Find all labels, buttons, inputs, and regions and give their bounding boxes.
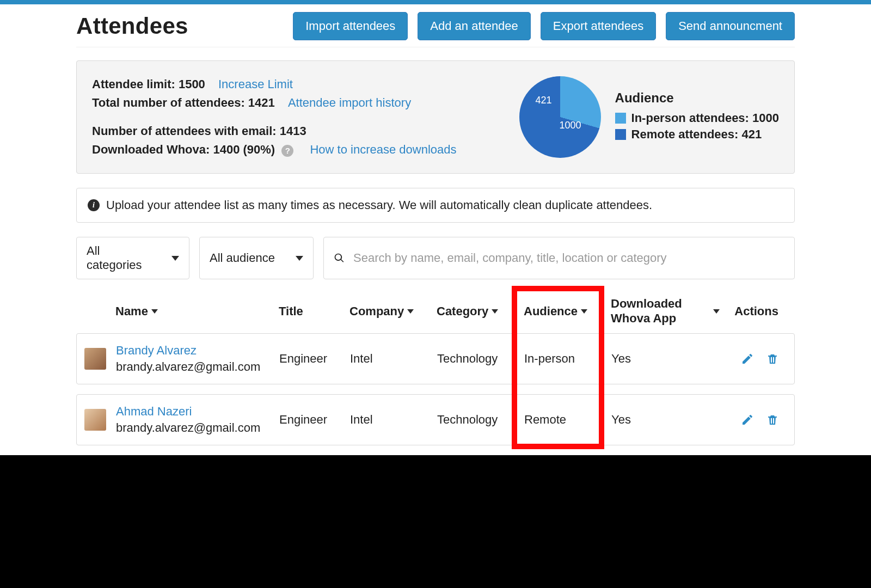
attendee-email: brandy.alvarez@gmail.com: [116, 421, 279, 435]
audience-block: 421 1000 Audience In-person attendees: 1…: [519, 76, 779, 158]
col-name[interactable]: Name: [115, 304, 279, 318]
limit-value: 1500: [179, 77, 205, 91]
cell-category: Technology: [437, 352, 524, 366]
sort-icon: [407, 309, 414, 314]
cell-company: Intel: [350, 352, 437, 366]
category-filter-label: All categories: [87, 244, 156, 272]
name-cell: Brandy Alvarez brandy.alvarez@gmail.com: [116, 344, 279, 374]
table-row: Ahmad Nazeri brandy.alvarez@gmail.com En…: [76, 394, 795, 445]
sort-icon: [492, 309, 498, 314]
sort-icon: [713, 309, 720, 314]
increase-limit-link[interactable]: Increase Limit: [218, 77, 293, 91]
chevron-down-icon: [171, 256, 179, 261]
search-input[interactable]: [353, 243, 784, 273]
cell-title: Engineer: [279, 352, 350, 366]
email-count-label: Number of attendees with email:: [92, 124, 280, 138]
edit-icon[interactable]: [741, 352, 754, 365]
total-value: 1421: [248, 96, 275, 109]
send-announcement-button[interactable]: Send announcment: [666, 12, 795, 40]
cell-audience: In-person: [524, 352, 611, 366]
audience-legend: Audience In-person attendees: 1000 Remot…: [615, 90, 779, 144]
avatar: [84, 409, 106, 431]
audience-filter[interactable]: All audience: [199, 237, 314, 279]
bottom-black-bar: [0, 455, 871, 588]
limit-label: Attendee limit:: [92, 77, 179, 91]
import-attendees-button[interactable]: Import attendees: [293, 12, 408, 40]
downloaded-value: 1400 (90%): [213, 143, 275, 156]
col-category[interactable]: Category: [437, 304, 524, 318]
avatar: [84, 348, 106, 370]
attendee-table: Name Title Company Category Audience Dow…: [76, 291, 795, 445]
sort-icon: [581, 309, 587, 314]
col-downloaded[interactable]: Downloaded Whova App: [611, 297, 720, 326]
upload-notice: i Upload your attendee list as many time…: [76, 188, 795, 223]
search-box[interactable]: [323, 237, 795, 279]
search-icon: [334, 253, 345, 264]
delete-icon[interactable]: [766, 352, 779, 365]
import-history-link[interactable]: Attendee import history: [288, 96, 411, 109]
pie-inperson-label: 1000: [560, 120, 581, 131]
filter-bar: All categories All audience: [76, 237, 795, 279]
row-actions: [720, 413, 791, 426]
stats-text: Attendee limit: 1500 Increase Limit Tota…: [92, 75, 457, 159]
page-title: Attendees: [76, 13, 188, 39]
help-icon[interactable]: ?: [281, 145, 293, 157]
info-icon: i: [88, 199, 100, 211]
stats-panel: Attendee limit: 1500 Increase Limit Tota…: [76, 60, 795, 174]
cell-downloaded: Yes: [611, 413, 720, 427]
name-cell: Ahmad Nazeri brandy.alvarez@gmail.com: [116, 405, 279, 435]
chevron-down-icon: [296, 256, 303, 261]
remote-value: 421: [742, 127, 762, 141]
col-title[interactable]: Title: [279, 304, 349, 318]
swatch-inperson: [615, 113, 626, 124]
cell-downloaded: Yes: [611, 352, 720, 366]
table-row: Brandy Alvarez brandy.alvarez@gmail.com …: [76, 333, 795, 384]
row-actions: [720, 352, 791, 365]
col-audience[interactable]: Audience: [524, 304, 611, 318]
cell-audience: Remote: [524, 413, 611, 427]
downloaded-label: Downloaded Whova:: [92, 143, 213, 156]
audience-filter-label: All audience: [210, 251, 275, 265]
increase-downloads-link[interactable]: How to increase downloads: [310, 143, 456, 156]
cell-category: Technology: [437, 413, 524, 427]
inperson-value: 1000: [752, 111, 779, 125]
edit-icon[interactable]: [741, 413, 754, 426]
remote-label: Remote attendees:: [631, 127, 742, 141]
col-actions: Actions: [720, 304, 790, 318]
total-label: Total number of attendees:: [92, 96, 248, 109]
inperson-label: In-person attendees:: [631, 111, 752, 125]
pie-remote-label: 421: [536, 95, 552, 106]
table-header: Name Title Company Category Audience Dow…: [76, 291, 795, 333]
cell-company: Intel: [350, 413, 437, 427]
top-accent-bar: [0, 0, 871, 4]
attendee-name-link[interactable]: Brandy Alvarez: [116, 344, 279, 358]
col-company[interactable]: Company: [349, 304, 437, 318]
email-count-value: 1413: [280, 124, 306, 138]
audience-pie-chart: 421 1000: [519, 76, 601, 158]
add-attendee-button[interactable]: Add an attendee: [418, 12, 530, 40]
header-actions: Import attendees Add an attendee Export …: [293, 12, 795, 40]
sort-icon: [151, 309, 158, 314]
export-attendees-button[interactable]: Export attendees: [541, 12, 656, 40]
attendee-email: brandy.alvarez@gmail.com: [116, 360, 279, 374]
page-header: Attendees Import attendees Add an attend…: [76, 7, 795, 47]
delete-icon[interactable]: [766, 413, 779, 426]
attendee-name-link[interactable]: Ahmad Nazeri: [116, 405, 279, 419]
notice-text: Upload your attendee list as many times …: [106, 198, 652, 212]
cell-title: Engineer: [279, 413, 350, 427]
category-filter[interactable]: All categories: [76, 237, 189, 279]
audience-title: Audience: [615, 90, 779, 106]
swatch-remote: [615, 129, 626, 140]
